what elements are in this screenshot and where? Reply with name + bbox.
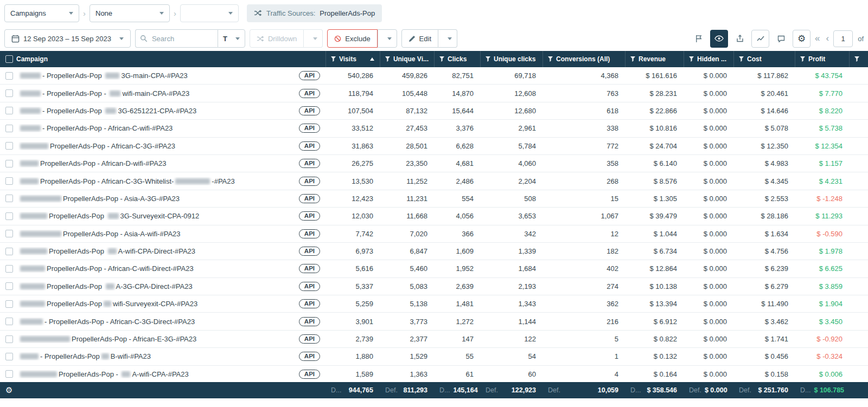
campaign-cell: - PropellerAds-Pop 3G-main-CPA-#PA23 API bbox=[0, 71, 326, 80]
row-checkbox[interactable] bbox=[5, 212, 13, 220]
footer-total-label: D... bbox=[439, 386, 450, 394]
exclude-button[interactable]: Exclude bbox=[327, 29, 377, 48]
table-row[interactable]: PropellerAds-Pop - Asia-A-wifi-#PA23 API… bbox=[0, 225, 868, 243]
redacted-text bbox=[122, 371, 130, 377]
table-row[interactable]: - PropellerAds-Pop 3G-6251221-CPA-#PA23 … bbox=[0, 102, 868, 120]
date-range-picker[interactable]: 12 Sep 2023 – 15 Sep 2023 bbox=[4, 29, 131, 48]
table-row[interactable]: PropellerAds-Pop - African-E-3G-#PA23 AP… bbox=[0, 331, 868, 348]
chart-button[interactable] bbox=[751, 30, 769, 48]
filter-funnel-icon[interactable] bbox=[486, 56, 490, 62]
table-row[interactable]: - PropellerAds-Pop - African-C-wifi-#PA2… bbox=[0, 120, 868, 137]
column-header[interactable]: Unique Vi... bbox=[380, 51, 434, 67]
filter-funnel-icon[interactable] bbox=[548, 56, 553, 62]
drilldown-button[interactable]: Drilldown bbox=[250, 29, 304, 48]
footer-total-label: D... bbox=[800, 386, 810, 394]
table-row[interactable]: PropellerAds-Pop - Asia-A-3G-#PA23 API 1… bbox=[0, 190, 868, 208]
flag-icon bbox=[695, 35, 703, 43]
traffic-source-filter-chip[interactable]: Traffic Sources: PropellerAds-Pop bbox=[247, 4, 382, 22]
table-row[interactable]: PropellerAds-Popwifi-Surveyexit-CPA-#PA2… bbox=[0, 295, 868, 313]
row-checkbox[interactable] bbox=[5, 195, 13, 202]
table-row[interactable]: - PropellerAds-PopB-wifi-#PA23 API 1,880… bbox=[0, 348, 868, 365]
column-header[interactable]: Revenue bbox=[625, 51, 684, 67]
cell-visits: 540,286 bbox=[326, 72, 380, 80]
row-checkbox[interactable] bbox=[5, 89, 13, 97]
table-row[interactable]: PropellerAds-Pop - African-C-3G-#PA23 AP… bbox=[0, 138, 868, 155]
filter-funnel-icon[interactable] bbox=[854, 56, 859, 62]
row-checkbox[interactable] bbox=[5, 300, 13, 308]
search-type-button[interactable]: T bbox=[218, 29, 245, 48]
cell-revenue: $ 22.866 bbox=[625, 107, 684, 115]
table-row[interactable]: - PropellerAds-Pop - African-C-3G-Direct… bbox=[0, 313, 868, 330]
row-checkbox[interactable] bbox=[5, 160, 13, 167]
api-badge: API bbox=[299, 141, 320, 151]
comments-button[interactable] bbox=[772, 30, 790, 48]
column-header[interactable] bbox=[849, 51, 868, 67]
campaign-cell: PropellerAds-Pop - Asia-A-wifi-#PA23 API bbox=[0, 229, 326, 238]
filter-funnel-icon[interactable] bbox=[439, 56, 444, 62]
edit-menu-button[interactable] bbox=[438, 29, 457, 48]
prev-page-icon[interactable]: ‹ bbox=[824, 33, 831, 44]
row-checkbox[interactable] bbox=[5, 370, 13, 378]
redacted-text bbox=[20, 213, 47, 219]
flag-button[interactable] bbox=[690, 30, 707, 48]
row-checkbox[interactable] bbox=[5, 107, 13, 114]
share-button[interactable] bbox=[731, 30, 749, 48]
chevron-down-icon bbox=[313, 37, 317, 40]
filter-funnel-icon[interactable] bbox=[800, 56, 805, 62]
edit-button[interactable]: Edit bbox=[401, 29, 438, 48]
table-row[interactable]: - PropellerAds-Pop 3G-main-CPA-#PA23 API… bbox=[0, 67, 868, 85]
table-row[interactable]: PropellerAds-Pop - African-C-3G-Whitelis… bbox=[0, 172, 868, 190]
table-row[interactable]: PropellerAds-Pop - African-C-wifi-Direct… bbox=[0, 260, 868, 277]
settings-button[interactable]: ⚙ bbox=[793, 30, 810, 48]
column-header[interactable]: Hidden ... bbox=[684, 51, 733, 67]
cell-unique_visits: 6,847 bbox=[380, 247, 434, 255]
table-row[interactable]: PropellerAds-Pop - African-D-wifi-#PA23 … bbox=[0, 155, 868, 172]
table-row[interactable]: PropellerAds-Pop 3G-Surveyexit-CPA-0912 … bbox=[0, 208, 868, 225]
cell-cost: $ 1.741 bbox=[733, 335, 795, 343]
column-header-campaign[interactable]: Campaign bbox=[0, 51, 326, 67]
column-header[interactable]: Profit bbox=[795, 51, 849, 67]
api-badge: API bbox=[299, 299, 320, 308]
row-checkbox[interactable] bbox=[5, 353, 13, 360]
row-checkbox[interactable] bbox=[5, 230, 13, 237]
grouping-select-none[interactable]: None bbox=[90, 4, 170, 22]
row-checkbox[interactable] bbox=[5, 72, 13, 80]
exclude-menu-button[interactable] bbox=[378, 29, 397, 48]
row-checkbox[interactable] bbox=[5, 335, 13, 343]
column-header[interactable]: Cost bbox=[733, 51, 795, 67]
filter-funnel-icon[interactable] bbox=[630, 56, 635, 62]
row-checkbox[interactable] bbox=[5, 265, 13, 273]
redacted-text bbox=[105, 73, 119, 79]
row-checkbox[interactable] bbox=[5, 177, 13, 185]
grouping-select-empty[interactable] bbox=[180, 4, 239, 22]
visibility-button[interactable] bbox=[710, 30, 728, 48]
drilldown-menu-button[interactable] bbox=[304, 29, 323, 48]
column-header[interactable]: Clicks bbox=[434, 51, 480, 67]
cell-visits: 2,739 bbox=[326, 335, 380, 343]
row-checkbox[interactable] bbox=[5, 282, 13, 290]
exclude-icon bbox=[334, 35, 341, 42]
filter-funnel-icon[interactable] bbox=[689, 56, 694, 62]
table-row[interactable]: PropellerAds-Pop A-3G-CPA-Direct-#PA23 A… bbox=[0, 278, 868, 295]
grouping-select-campaigns[interactable]: Campaigns bbox=[4, 4, 79, 22]
column-header[interactable]: Conversions (All) bbox=[542, 51, 625, 67]
select-all-checkbox[interactable] bbox=[5, 55, 13, 63]
redacted-text bbox=[175, 178, 210, 184]
sort-asc-icon[interactable] bbox=[370, 57, 374, 61]
row-checkbox[interactable] bbox=[5, 142, 13, 150]
table-row[interactable]: PropellerAds-Pop - A-wifi-CPA-#PA23 API … bbox=[0, 366, 868, 383]
column-header[interactable]: Visits bbox=[326, 51, 380, 67]
column-header[interactable]: Unique clicks bbox=[480, 51, 542, 67]
table-row[interactable]: - PropellerAds-Pop - wifi-main-CPA-#PA23… bbox=[0, 85, 868, 102]
table-row[interactable]: PropellerAds-Pop A-wifi-CPA-Direct-#PA23… bbox=[0, 243, 868, 260]
page-number-input[interactable] bbox=[833, 30, 853, 47]
filter-funnel-icon[interactable] bbox=[385, 56, 390, 62]
cell-visits: 107,504 bbox=[326, 107, 380, 115]
filter-funnel-icon[interactable] bbox=[331, 56, 336, 62]
row-checkbox[interactable] bbox=[5, 125, 13, 132]
footer-gear-icon[interactable]: ⚙ bbox=[5, 385, 12, 395]
row-checkbox[interactable] bbox=[5, 318, 13, 325]
filter-funnel-icon[interactable] bbox=[739, 56, 744, 62]
row-checkbox[interactable] bbox=[5, 248, 13, 255]
first-page-icon[interactable]: « bbox=[813, 33, 821, 44]
